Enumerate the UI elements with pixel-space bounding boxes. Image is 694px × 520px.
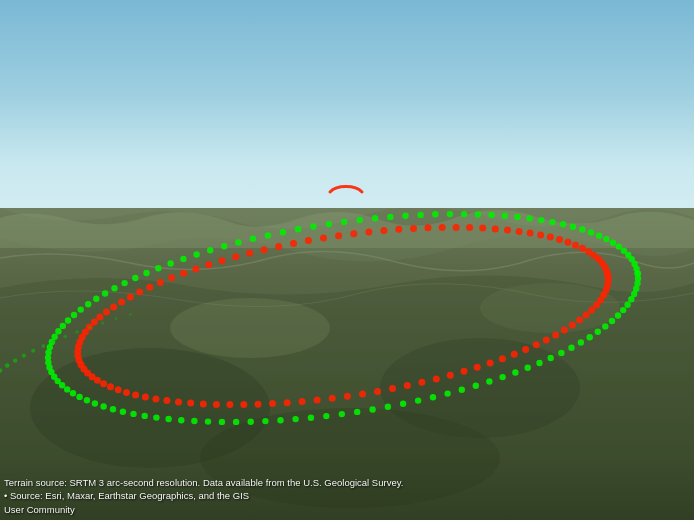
svg-point-76 xyxy=(78,306,84,312)
svg-point-16 xyxy=(602,323,608,329)
svg-point-53 xyxy=(120,409,126,415)
svg-point-198 xyxy=(168,274,175,281)
svg-point-151 xyxy=(404,382,411,389)
svg-point-153 xyxy=(374,388,381,395)
svg-point-150 xyxy=(418,379,425,386)
svg-point-133 xyxy=(593,301,600,308)
svg-point-193 xyxy=(118,298,125,305)
svg-point-115 xyxy=(579,226,585,232)
svg-point-102 xyxy=(417,212,423,218)
svg-point-213 xyxy=(380,227,387,234)
svg-point-220 xyxy=(479,225,486,232)
svg-point-249 xyxy=(88,326,91,329)
svg-point-208 xyxy=(305,237,312,244)
svg-point-80 xyxy=(111,285,117,291)
svg-point-99 xyxy=(372,215,378,221)
svg-point-206 xyxy=(275,243,282,250)
svg-point-27 xyxy=(486,378,492,384)
svg-point-47 xyxy=(191,418,197,424)
svg-point-120 xyxy=(616,243,622,249)
svg-point-25 xyxy=(512,369,518,375)
svg-point-215 xyxy=(410,225,417,232)
svg-point-48 xyxy=(178,417,184,423)
svg-point-35 xyxy=(369,406,375,412)
svg-point-223 xyxy=(516,228,523,235)
svg-point-138 xyxy=(561,327,568,334)
svg-point-49 xyxy=(165,416,171,422)
svg-point-44 xyxy=(233,419,239,425)
svg-point-149 xyxy=(433,375,440,382)
svg-point-94 xyxy=(295,226,301,232)
svg-point-237 xyxy=(605,273,612,280)
svg-point-14 xyxy=(615,312,621,318)
svg-point-230 xyxy=(579,245,586,252)
svg-point-168 xyxy=(163,397,170,404)
attribution-text: Terrain source: SRTM 3 arc-second resolu… xyxy=(4,476,404,516)
attribution-line2: User Community xyxy=(4,504,75,515)
svg-point-57 xyxy=(84,397,90,403)
svg-point-197 xyxy=(157,279,164,286)
svg-point-156 xyxy=(329,395,336,402)
svg-point-52 xyxy=(130,411,136,417)
svg-point-202 xyxy=(219,257,226,264)
svg-point-140 xyxy=(543,337,550,344)
svg-point-242 xyxy=(13,358,17,362)
svg-point-37 xyxy=(339,411,345,417)
svg-point-71 xyxy=(52,334,58,340)
svg-point-204 xyxy=(246,250,253,257)
svg-point-163 xyxy=(226,401,233,408)
svg-point-175 xyxy=(100,380,107,387)
svg-point-97 xyxy=(341,219,347,225)
svg-point-24 xyxy=(525,365,531,371)
svg-point-84 xyxy=(155,265,161,271)
svg-point-155 xyxy=(344,393,351,400)
svg-point-173 xyxy=(115,386,122,393)
svg-point-60 xyxy=(64,386,70,392)
svg-point-98 xyxy=(357,217,363,223)
svg-point-205 xyxy=(261,246,268,253)
svg-point-96 xyxy=(326,221,332,227)
svg-point-12 xyxy=(624,302,630,308)
svg-point-152 xyxy=(389,385,396,392)
svg-point-18 xyxy=(587,334,593,340)
svg-point-39 xyxy=(308,415,314,421)
svg-point-78 xyxy=(93,296,99,302)
svg-point-41 xyxy=(277,417,283,423)
svg-point-218 xyxy=(453,224,460,231)
svg-point-144 xyxy=(499,355,506,362)
svg-point-169 xyxy=(152,396,159,403)
svg-point-55 xyxy=(100,403,106,409)
svg-point-126 xyxy=(635,270,641,276)
svg-point-117 xyxy=(596,233,602,239)
svg-point-137 xyxy=(569,322,576,329)
svg-point-82 xyxy=(132,275,138,281)
svg-point-172 xyxy=(123,389,130,396)
svg-point-228 xyxy=(564,239,571,246)
svg-point-166 xyxy=(187,400,194,407)
orbital-paths-overlay xyxy=(0,0,694,520)
svg-point-148 xyxy=(447,372,454,379)
svg-point-222 xyxy=(504,227,511,234)
svg-point-85 xyxy=(167,260,173,266)
svg-point-164 xyxy=(213,401,220,408)
svg-point-224 xyxy=(527,230,534,237)
svg-point-88 xyxy=(207,247,213,253)
svg-point-145 xyxy=(487,360,494,367)
svg-point-77 xyxy=(85,301,91,307)
svg-point-93 xyxy=(280,229,286,235)
svg-point-72 xyxy=(55,328,61,334)
svg-point-87 xyxy=(193,251,199,257)
svg-point-109 xyxy=(514,214,520,220)
svg-point-243 xyxy=(22,354,26,358)
svg-point-212 xyxy=(365,229,372,236)
svg-point-241 xyxy=(5,363,10,368)
svg-point-207 xyxy=(290,240,297,247)
svg-point-154 xyxy=(359,390,366,397)
svg-point-19 xyxy=(578,339,584,345)
svg-point-167 xyxy=(175,399,182,406)
svg-point-54 xyxy=(110,406,116,412)
svg-point-199 xyxy=(180,270,187,277)
svg-point-190 xyxy=(96,314,103,321)
svg-point-36 xyxy=(354,409,360,415)
svg-point-250 xyxy=(101,321,104,324)
